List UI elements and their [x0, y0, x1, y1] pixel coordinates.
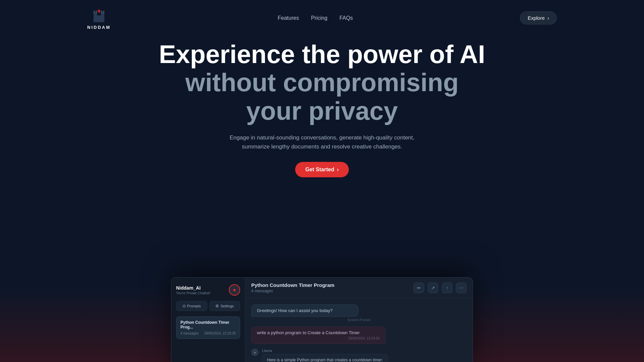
- ai-model-label: Llama: [262, 349, 388, 353]
- chat-msg-count: 4 messages: [251, 289, 334, 293]
- svg-rect-4: [94, 11, 95, 13]
- chat-item-meta: 4 messages 29/06/2024, 22:26:35: [180, 331, 236, 335]
- logo-text: NIDDAM: [87, 25, 111, 30]
- hero-subtitle: Engage in natural-sounding conversations…: [67, 133, 577, 151]
- sidebar-tabs: ⊙ Prompts ⚙ Settings: [176, 301, 240, 311]
- chat-sidebar: Niddam_AI You're Private Chatbot! ● ⊙ Pr…: [171, 278, 245, 362]
- get-started-button[interactable]: Get Started ›: [295, 162, 349, 177]
- ai-avatar: ▲: [251, 349, 259, 356]
- svg-rect-3: [96, 15, 102, 22]
- tab-prompts[interactable]: ⊙ Prompts: [176, 301, 207, 311]
- sidebar-subtitle: You're Private Chatbot!: [176, 291, 210, 295]
- edit-icon-btn[interactable]: ✏: [414, 283, 424, 293]
- navbar: NIDDAM Features Pricing FAQs Explore ›: [0, 0, 644, 36]
- svg-rect-6: [101, 11, 102, 13]
- more-icon-btn[interactable]: ⋯: [456, 283, 467, 293]
- hero-section: Experience the power of AI without compr…: [0, 40, 644, 177]
- nav-faqs[interactable]: FAQs: [339, 15, 353, 21]
- tab-settings[interactable]: ⚙ Settings: [209, 301, 240, 311]
- explore-button[interactable]: Explore ›: [520, 11, 557, 24]
- nav-pricing[interactable]: Pricing: [311, 15, 327, 21]
- system-message: Greetings! How can I assist you today? S…: [251, 304, 467, 322]
- sidebar-header: Niddam_AI You're Private Chatbot! ●: [176, 284, 240, 296]
- hero-title-line2: without compromising: [67, 68, 577, 97]
- avatar[interactable]: ●: [229, 284, 240, 296]
- user-msg-bubble: write a python program to Create a Count…: [251, 326, 385, 344]
- sidebar-brand: Niddam_AI: [176, 285, 210, 291]
- svg-rect-7: [103, 11, 104, 13]
- chat-header-icons: ✏ ↗ ↑ ⋯: [414, 283, 467, 293]
- share-icon-btn[interactable]: ↗: [428, 283, 438, 293]
- chat-header: Python Countdown Timer Program 4 message…: [245, 278, 473, 298]
- chat-item-title: Python Countdown Timer Prog...: [180, 320, 236, 329]
- chat-list-item[interactable]: Python Countdown Timer Prog... 4 message…: [176, 316, 240, 339]
- ai-message-row: ▲ Llama Here is a simple Python program …: [251, 349, 467, 362]
- chat-main: Python Countdown Timer Program 4 message…: [245, 278, 473, 362]
- svg-marker-8: [97, 9, 101, 13]
- user-msg-time: 29/06/2024, 13:24:56: [257, 337, 380, 340]
- nav-features[interactable]: Features: [278, 15, 299, 21]
- user-message: write a python program to Create a Count…: [251, 326, 467, 344]
- system-prompt-label: System Prompt: [251, 318, 467, 322]
- hero-title-line3: your privacy: [67, 96, 577, 125]
- ai-msg-bubble: Here is a simple Python program that cre…: [262, 354, 388, 362]
- hero-title-line1: Experience the power of AI: [67, 40, 577, 68]
- system-msg-bubble: Greetings! How can I assist you today?: [251, 304, 359, 317]
- chat-window-wrapper: Niddam_AI You're Private Chatbot! ● ⊙ Pr…: [171, 277, 473, 362]
- chat-messages: Greetings! How can I assist you today? S…: [245, 298, 473, 362]
- svg-rect-5: [96, 11, 97, 13]
- chat-window: Niddam_AI You're Private Chatbot! ● ⊙ Pr…: [171, 277, 473, 362]
- chat-title: Python Countdown Timer Program: [251, 282, 334, 288]
- logo[interactable]: NIDDAM: [87, 6, 111, 30]
- nav-links: Features Pricing FAQs: [278, 15, 353, 21]
- upload-icon-btn[interactable]: ↑: [442, 283, 452, 293]
